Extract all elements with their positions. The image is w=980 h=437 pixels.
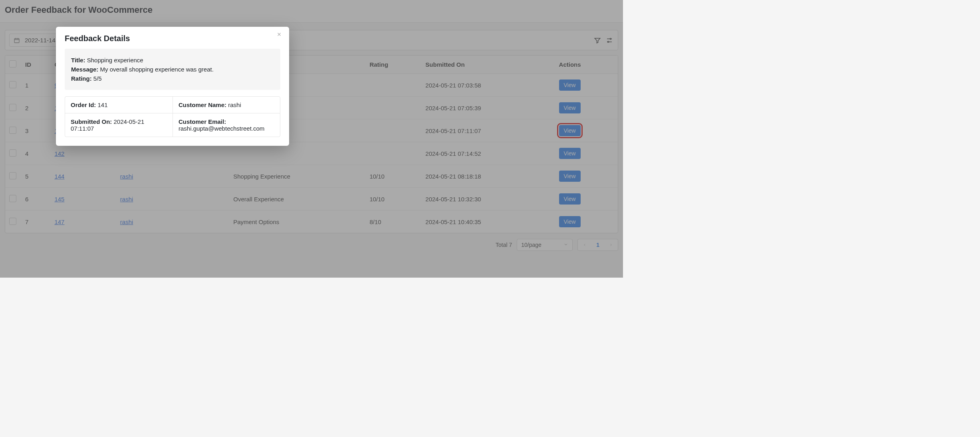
value-customer-name: rashi — [228, 101, 241, 108]
feedback-details-modal: Feedback Details Title: Shopping experie… — [56, 27, 289, 146]
cell-submitted-on: 2024-05-21 10:32:30 — [421, 188, 555, 211]
order-id-link[interactable]: 142 — [54, 150, 64, 157]
col-actions: Actions — [555, 56, 618, 74]
feedback-summary-card: Title: Shopping experience Message: My o… — [65, 49, 280, 90]
row-checkbox[interactable] — [9, 104, 16, 111]
cell-id: 3 — [21, 119, 50, 142]
table-row: 7147rashiPayment Options8/102024-05-21 1… — [5, 211, 618, 233]
customer-link[interactable]: rashi — [120, 173, 133, 180]
settings-sliders-icon[interactable] — [605, 36, 614, 45]
label-message: Message: — [71, 66, 98, 73]
col-rating: Rating — [365, 56, 421, 74]
row-checkbox[interactable] — [9, 195, 16, 202]
feedback-meta-grid: Order Id: 141 Customer Name: rashi Submi… — [65, 96, 280, 137]
label-customer-email: Customer Email: — [179, 118, 226, 125]
chevron-down-icon — [563, 242, 568, 248]
order-id-link[interactable]: 145 — [54, 196, 64, 203]
view-button[interactable]: View — [559, 79, 581, 91]
label-title: Title: — [71, 57, 85, 64]
cell-id: 7 — [21, 211, 50, 233]
cell-submitted-on: 2024-05-21 07:05:39 — [421, 97, 555, 119]
order-id-link[interactable]: 147 — [54, 218, 64, 225]
cell-id: 2 — [21, 97, 50, 119]
calendar-icon — [14, 37, 20, 44]
pager-total: Total 7 — [496, 242, 512, 248]
cell-title: Shopping Experience — [229, 165, 365, 188]
label-submitted-on: Submitted On: — [71, 118, 112, 125]
view-button[interactable]: View — [559, 125, 581, 136]
row-checkbox[interactable] — [9, 81, 16, 88]
value-rating: 5/5 — [93, 75, 102, 82]
per-page-select[interactable]: 10/page — [517, 239, 573, 251]
label-customer-name: Customer Name: — [179, 101, 226, 108]
row-checkbox[interactable] — [9, 218, 16, 225]
cell-rating: 10/10 — [365, 165, 421, 188]
table-row: 6145rashiOverall Experience10/102024-05-… — [5, 188, 618, 211]
cell-rating — [365, 97, 421, 119]
col-submitted: Submitted On — [421, 56, 555, 74]
cell-id: 6 — [21, 188, 50, 211]
close-icon[interactable] — [276, 32, 284, 39]
view-button[interactable]: View — [559, 193, 581, 205]
pager-prev[interactable] — [578, 240, 591, 249]
svg-rect-0 — [14, 38, 19, 43]
cell-submitted-on: 2024-05-21 10:40:35 — [421, 211, 555, 233]
row-checkbox[interactable] — [9, 127, 16, 134]
modal-title: Feedback Details — [65, 34, 280, 43]
view-button[interactable]: View — [559, 216, 581, 227]
cell-rating — [365, 74, 421, 97]
page-header: Order Feedback for WooCommerce — [0, 0, 623, 23]
cell-id: 1 — [21, 74, 50, 97]
label-rating: Rating: — [71, 75, 92, 82]
customer-link[interactable]: rashi — [120, 218, 133, 225]
value-order-id: 141 — [98, 101, 108, 108]
order-id-link[interactable]: 144 — [54, 173, 64, 180]
customer-link[interactable]: rashi — [120, 196, 133, 203]
pager-current[interactable]: 1 — [591, 239, 604, 250]
label-order-id: Order Id: — [71, 101, 96, 108]
value-customer-email: rashi.gupta@webtechstreet.com — [179, 125, 264, 132]
svg-point-1 — [610, 38, 611, 39]
view-button[interactable]: View — [559, 148, 581, 159]
view-button[interactable]: View — [559, 171, 581, 182]
cell-submitted-on: 2024-05-21 07:11:07 — [421, 119, 555, 142]
cell-rating: 8/10 — [365, 211, 421, 233]
filter-icon[interactable] — [593, 36, 602, 45]
view-button[interactable]: View — [559, 102, 581, 113]
cell-submitted-on: 2024-05-21 08:18:18 — [421, 165, 555, 188]
page-title: Order Feedback for WooCommerce — [5, 5, 618, 15]
value-title: Shopping experience — [87, 57, 143, 64]
pager-next[interactable] — [604, 240, 618, 249]
cell-submitted-on: 2024-05-21 07:14:52 — [421, 142, 555, 165]
cell-title: Payment Options — [229, 211, 365, 233]
row-checkbox[interactable] — [9, 172, 16, 179]
table-row: 5144rashiShopping Experience10/102024-05… — [5, 165, 618, 188]
svg-point-2 — [608, 41, 609, 42]
row-checkbox[interactable] — [9, 149, 16, 157]
cell-title: Overall Experience — [229, 188, 365, 211]
cell-id: 4 — [21, 142, 50, 165]
cell-rating — [365, 142, 421, 165]
value-message: My overall shopping experience was great… — [100, 66, 214, 73]
select-all-checkbox[interactable] — [9, 60, 16, 68]
cell-submitted-on: 2024-05-21 07:03:58 — [421, 74, 555, 97]
pager: Total 7 10/page 1 — [5, 239, 618, 251]
cell-rating — [365, 119, 421, 142]
cell-rating: 10/10 — [365, 188, 421, 211]
col-id: ID — [21, 56, 50, 74]
cell-id: 5 — [21, 165, 50, 188]
per-page-label: 10/page — [521, 242, 542, 248]
